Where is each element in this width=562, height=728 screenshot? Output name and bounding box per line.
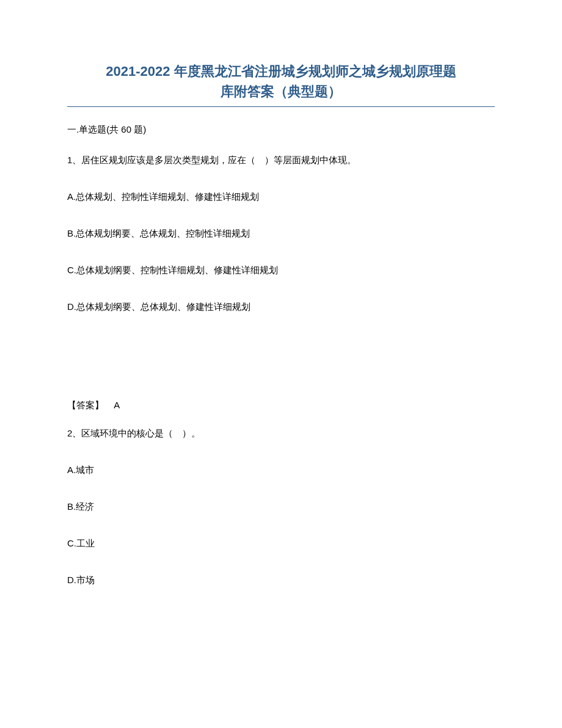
question-2-option-b: B.经济 bbox=[67, 499, 495, 514]
question-1-option-d: D.总体规划纲要、总体规划、修建性详细规划 bbox=[67, 300, 495, 314]
question-1-answer: 【答案】 A bbox=[67, 400, 495, 411]
answer-label-text: 【答案】 bbox=[67, 400, 104, 410]
title-underline bbox=[67, 106, 495, 107]
question-2-option-d: D.市场 bbox=[67, 573, 495, 587]
question-1-option-a: A.总体规划、控制性详细规划、修建性详细规划 bbox=[67, 189, 495, 204]
section-header: 一.单选题(共 60 题) bbox=[67, 124, 495, 136]
document-title: 2021-2022 年度黑龙江省注册城乡规划师之城乡规划原理题 库附答案（典型题… bbox=[67, 61, 495, 101]
question-1-option-b: B.总体规划纲要、总体规划、控制性详细规划 bbox=[67, 226, 495, 241]
question-2-option-c: C.工业 bbox=[67, 536, 495, 551]
question-2-stem: 2、区域环境中的核心是（ ）。 bbox=[67, 426, 495, 441]
title-line-1: 2021-2022 年度黑龙江省注册城乡规划师之城乡规划原理题 bbox=[106, 64, 456, 79]
title-line-2: 库附答案（典型题） bbox=[221, 84, 341, 99]
question-1-option-c: C.总体规划纲要、控制性详细规划、修建性详细规划 bbox=[67, 263, 495, 278]
question-2-option-a: A.城市 bbox=[67, 463, 495, 477]
question-1-stem: 1、居住区规划应该是多层次类型规划，应在（ ）等层面规划中体现。 bbox=[67, 153, 495, 167]
answer-value: A bbox=[114, 400, 120, 410]
